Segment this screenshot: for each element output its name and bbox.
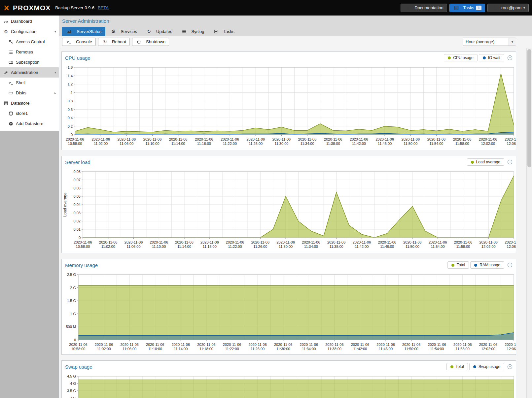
svg-text:2020-11-06: 2020-11-06	[95, 343, 113, 347]
svg-text:0.8: 0.8	[68, 99, 73, 103]
brand-name: PROXMOX	[13, 4, 51, 12]
legend-item-cpu-usage[interactable]: CPU usage	[444, 54, 477, 61]
tasks-button[interactable]: Tasks 1	[449, 4, 485, 12]
svg-text:2020-11-06: 2020-11-06	[376, 343, 395, 347]
chevron-down-icon[interactable]: ▾	[54, 30, 56, 33]
svg-text:11:18:00: 11:18:00	[203, 245, 217, 249]
svg-text:12:06:00: 12:06:00	[507, 142, 516, 146]
svg-text:2020-11-06: 2020-11-06	[120, 343, 138, 347]
sidebar-item-administration[interactable]: Administration ▾	[0, 67, 59, 78]
chevron-right-icon[interactable]: ▸	[54, 91, 56, 95]
svg-text:11:02:00: 11:02:00	[94, 142, 108, 146]
sidebar-item-dashboard[interactable]: Dashboard	[0, 16, 59, 26]
legend: Load average	[467, 158, 504, 166]
legend: Total Swap usage	[446, 363, 504, 370]
svg-text:2020-11-06: 2020-11-06	[247, 137, 265, 141]
sidebar-item-subscription[interactable]: Subscription	[0, 57, 59, 67]
svg-text:2020-11-06: 2020-11-06	[197, 343, 215, 347]
collapse-panel-icon[interactable]	[507, 55, 513, 60]
svg-text:2020-11-06: 2020-11-06	[251, 240, 269, 244]
svg-text:11:50:00: 11:50:00	[405, 347, 418, 351]
panel-title: Server load	[65, 159, 467, 165]
svg-text:2020-11-06: 2020-11-06	[143, 137, 161, 141]
svg-text:0: 0	[74, 338, 76, 342]
tab-updates[interactable]: ↻ Updates	[142, 27, 176, 36]
legend-item-load-average[interactable]: Load average	[467, 158, 504, 166]
svg-text:2020-11-06: 2020-11-06	[300, 343, 318, 347]
scrollbar-thumb[interactable]	[527, 49, 531, 167]
sidebar-item-store1[interactable]: store1	[0, 108, 59, 118]
svg-text:11:38:00: 11:38:00	[330, 245, 343, 249]
panel-memory-usage: Memory usage Total RAM usage	[61, 259, 516, 355]
svg-text:11:06:00: 11:06:00	[127, 245, 141, 249]
memory-usage-chart: 2.5 G2 G1.5 G1 G500 M02020-11-0610:58:00…	[62, 271, 516, 354]
collapse-panel-icon[interactable]	[507, 262, 513, 268]
tab-tasks[interactable]: Tasks	[209, 27, 238, 36]
svg-text:11:50:00: 11:50:00	[404, 142, 417, 146]
task-list-icon	[453, 6, 460, 10]
panel-cpu-usage: CPU usage CPU usage IO wait	[61, 51, 516, 150]
svg-text:2020-11-06: 2020-11-06	[169, 137, 187, 141]
tab-services[interactable]: ⚙ Services	[106, 27, 141, 36]
gear-icon: ⚙	[3, 29, 9, 34]
sidebar-item-add-datastore[interactable]: Add Datastore	[0, 118, 59, 129]
sidebar-item-remotes[interactable]: Remotes	[0, 47, 59, 57]
svg-text:2020-11-06: 2020-11-06	[150, 240, 168, 244]
chevron-down-icon[interactable]: ▾	[54, 71, 56, 74]
documentation-button[interactable]: Documentation	[401, 4, 447, 12]
svg-text:10:58:00: 10:58:00	[76, 245, 90, 249]
legend-item-swap-usage[interactable]: Swap usage	[469, 363, 504, 370]
sidebar-item-shell[interactable]: >_ Shell	[0, 78, 59, 88]
shutdown-button[interactable]: Shutdown	[132, 38, 169, 46]
sidebar-item-configuration[interactable]: ⚙ Configuration ▾	[0, 26, 59, 37]
svg-text:11:26:00: 11:26:00	[249, 142, 263, 146]
legend: CPU usage IO wait	[444, 54, 504, 61]
svg-text:0: 0	[71, 133, 73, 137]
sidebar-item-disks[interactable]: Disks ▸	[0, 88, 59, 98]
svg-text:2020-11-06: 2020-11-06	[453, 137, 471, 141]
collapse-panel-icon[interactable]	[507, 159, 513, 165]
vertical-scrollbar[interactable]	[526, 48, 532, 398]
svg-text:0.08: 0.08	[74, 170, 81, 174]
svg-text:11:38:00: 11:38:00	[326, 142, 340, 146]
svg-text:2020-11-06: 2020-11-06	[223, 343, 241, 347]
console-button[interactable]: >_ Console	[62, 38, 96, 46]
user-menu-button[interactable]: root@pam ▾	[487, 4, 529, 12]
sidebar-item-access-control[interactable]: Access Control	[0, 37, 59, 47]
legend-item-ram-usage[interactable]: RAM usage	[470, 261, 504, 269]
legend-item-total[interactable]: Total	[447, 261, 469, 269]
svg-text:2020-11-06: 2020-11-06	[302, 240, 320, 244]
svg-text:2020-11-06: 2020-11-06	[118, 137, 136, 141]
svg-text:2020-11-06: 2020-11-06	[429, 240, 447, 244]
swap-usage-chart: 4.5 G4 G3.5 G3 G2.5 G2 G1.5 G1 G500 M020…	[62, 372, 516, 398]
tab-syslog[interactable]: Syslog	[177, 27, 208, 36]
tab-serverstatus[interactable]: ServerStatus	[62, 27, 105, 36]
legend-item-total[interactable]: Total	[446, 363, 468, 370]
navigation-tree: Dashboard ⚙ Configuration ▾ Access Contr…	[0, 16, 59, 131]
cpu-usage-chart: 1.61.41.210.80.60.40.202020-11-0610:58:0…	[62, 63, 516, 150]
svg-text:1.4: 1.4	[68, 74, 73, 78]
svg-text:3 G: 3 G	[70, 396, 76, 398]
svg-text:2020-11-06: 2020-11-06	[172, 343, 190, 347]
reboot-button[interactable]: ↻ Reboot	[98, 38, 130, 46]
svg-text:2020-11-06: 2020-11-06	[325, 343, 343, 347]
interval-select[interactable]: Hour (average) ▼	[463, 38, 516, 46]
svg-text:2020-11-06: 2020-11-06	[248, 343, 266, 347]
legend-dot	[450, 365, 453, 368]
power-icon	[136, 40, 142, 44]
svg-text:2020-11-06: 2020-11-06	[350, 137, 368, 141]
panel-swap-usage: Swap usage Total Swap usage	[61, 360, 516, 398]
svg-text:11:18:00: 11:18:00	[197, 142, 211, 146]
legend-item-io-wait[interactable]: IO wait	[479, 54, 504, 61]
sidebar-item-datastore[interactable]: Datastore	[0, 98, 59, 108]
gauge-icon	[3, 19, 9, 24]
svg-text:11:58:00: 11:58:00	[456, 245, 470, 249]
legend-dot	[473, 365, 476, 368]
svg-text:2020-11-06: 2020-11-06	[69, 343, 87, 347]
svg-text:11:06:00: 11:06:00	[123, 347, 136, 351]
collapse-panel-icon[interactable]	[507, 364, 513, 369]
beta-link[interactable]: BETA	[98, 5, 109, 10]
svg-text:2 G: 2 G	[70, 286, 76, 290]
svg-text:11:30:00: 11:30:00	[279, 245, 293, 249]
svg-text:12:02:00: 12:02:00	[481, 142, 495, 146]
